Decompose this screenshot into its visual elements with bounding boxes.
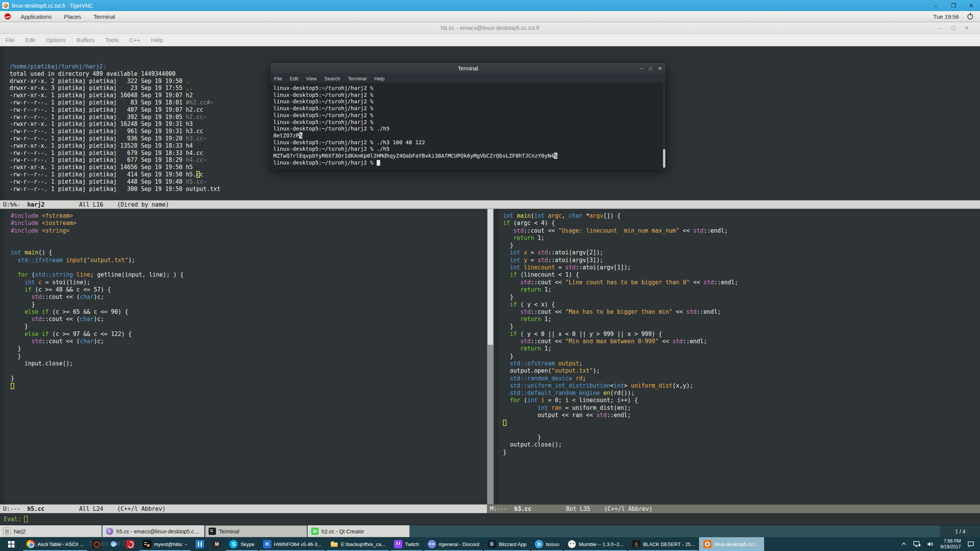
emacs-minibuffer[interactable]: Eval: bbox=[0, 513, 980, 525]
code-line: int main() { bbox=[11, 249, 184, 256]
taskbar-button-explorer-ffxiv-backup[interactable]: E:\backup\ffxiv_ca... bbox=[326, 537, 390, 551]
volume-icon[interactable] bbox=[927, 541, 934, 547]
terminal-close-button[interactable]: ✕ bbox=[658, 66, 662, 71]
code-line: if ( y < x) { bbox=[503, 301, 738, 308]
taskbar-button-pinned-app-red[interactable] bbox=[122, 537, 139, 551]
terminal-menu-edit[interactable]: Edit bbox=[286, 76, 302, 82]
pinned-app-blue-icon bbox=[196, 540, 204, 548]
terminal-minimize-button[interactable]: – bbox=[640, 66, 643, 71]
buffer-h5cc[interactable]: #include <fstream>#include <iostream>#in… bbox=[0, 209, 487, 504]
taskbar-button-skype[interactable]: Skype bbox=[225, 537, 258, 551]
emacs-close-button[interactable]: ✕ bbox=[960, 25, 973, 31]
terminal-titlebar[interactable]: Terminal – □ ✕ bbox=[270, 63, 666, 74]
h3cc-code: int main(int argc, char *argv[]) {if (ar… bbox=[503, 212, 738, 456]
skype-icon bbox=[229, 540, 238, 548]
taskbar-button-pinned-app-dark[interactable] bbox=[208, 537, 225, 551]
emacs-menu-help[interactable]: Help bbox=[145, 37, 168, 43]
code-line: std::cout << "Line count has to be bigge… bbox=[503, 279, 738, 286]
code-line: drwxr-xr-x. 2 pietikaj pietikaj 322 Sep … bbox=[10, 78, 220, 85]
taskbar-button-twitch[interactable]: Twitch bbox=[390, 537, 423, 551]
terminal-scrollbar[interactable] bbox=[663, 83, 665, 170]
taskbar-button-pinned-app-blue[interactable] bbox=[191, 537, 208, 551]
window-list-button-emacs-window[interactable]: h5.cc - emacs@linux-desktop5.cc.tu... bbox=[103, 525, 204, 537]
code-line: int c = stoi(line); bbox=[11, 279, 184, 286]
emacs-menu-edit[interactable]: Edit bbox=[20, 37, 41, 43]
taskbar-button-blizzard-app[interactable]: Blizzard App bbox=[483, 537, 531, 551]
emacs-menu-options[interactable]: Options bbox=[41, 37, 71, 43]
scrollbar-thumb[interactable] bbox=[488, 209, 493, 345]
taskbar-button-label: Blizzard App bbox=[499, 541, 526, 547]
chrome-ascii-table-icon bbox=[26, 540, 35, 548]
taskbar-button-label: Twitch bbox=[405, 541, 419, 547]
taskbar-button-pinned-app-dark-ring[interactable] bbox=[88, 537, 105, 551]
code-line: output << ran << std::endl; bbox=[503, 412, 738, 419]
menu-places[interactable]: Places bbox=[58, 11, 87, 22]
code-line: for (std::string line; getline(input, li… bbox=[11, 271, 184, 279]
vnc-close-button[interactable]: ✕ bbox=[962, 2, 980, 9]
taskbar-button-tigervnc-session[interactable]: linux-desktop5.cc.t... bbox=[699, 537, 764, 551]
menu-applications[interactable]: Applications bbox=[15, 11, 58, 22]
text-cursor bbox=[24, 516, 28, 522]
power-icon[interactable] bbox=[967, 14, 973, 20]
terminal-window[interactable]: Terminal – □ ✕ File Edit View Search Ter… bbox=[270, 62, 666, 170]
discord-general-icon bbox=[428, 540, 436, 548]
window-list-label: h5.cc - emacs@linux-desktop5.cc.tu... bbox=[116, 528, 201, 535]
code-line: std::random_device rd; bbox=[503, 375, 738, 382]
terminal-scrollbar-thumb[interactable] bbox=[663, 149, 665, 168]
taskbar-button-mumble[interactable]: Mumble -- 1.3.0~2... bbox=[564, 537, 628, 551]
menu-terminal[interactable]: Terminal bbox=[87, 11, 121, 22]
vnc-minimize-button[interactable]: – bbox=[927, 2, 945, 9]
window-list-button-harj2-dired[interactable]: harj2 bbox=[0, 525, 102, 537]
code-line: std::ofstream output; bbox=[503, 360, 738, 367]
emacs-minimize-button[interactable]: – bbox=[934, 25, 947, 31]
window-list-button-terminal-window[interactable]: Terminal bbox=[205, 525, 307, 537]
emacs-menu-tools[interactable]: Tools bbox=[100, 37, 124, 43]
code-line: std::uniform_int_distribution<int> unifo… bbox=[503, 382, 738, 390]
code-line: linux-desktop5:~/turohj/harj2 % bbox=[273, 98, 557, 105]
emacs-menu-cpp[interactable]: C++ bbox=[124, 37, 145, 43]
tray-clock[interactable]: 7:56 PM 9/19/2017 bbox=[941, 538, 961, 550]
code-line: MZTwQ7rlEqvpbYyR6Xf3Or1dKAnKp0l2HMdhqyZ4… bbox=[273, 153, 557, 160]
tray-overflow-chevron-icon[interactable] bbox=[901, 541, 907, 547]
buffer-h3cc[interactable]: int main(int argc, char *argv[]) {if (ar… bbox=[494, 209, 980, 504]
panel-clock[interactable]: Tue 19:56 bbox=[933, 13, 959, 20]
window-list-button-qt-creator-window[interactable]: h2.cc - Qt Creator bbox=[308, 525, 410, 537]
taskbar-button-label: linux-desktop5.cc.t... bbox=[714, 541, 760, 547]
emacs-maximize-button[interactable]: ☐ bbox=[947, 25, 960, 31]
taskbar-button-ssh-terminal[interactable]: myerd@hilla: ~ bbox=[139, 537, 191, 551]
terminal-maximize-button[interactable]: □ bbox=[649, 66, 652, 71]
vnc-window-titlebar[interactable]: linux-desktop5.cc.tut.fi - TigerVNC – ❐ … bbox=[0, 0, 980, 11]
window-list-label: Terminal bbox=[219, 528, 239, 535]
workspace-pager[interactable]: 1 / 4 bbox=[940, 525, 980, 537]
taskbar-button-pinned-app-water-drop[interactable] bbox=[105, 537, 122, 551]
emacs-menu-buffers[interactable]: Buffers bbox=[71, 37, 100, 43]
vnc-restore-button[interactable]: ❐ bbox=[945, 2, 962, 9]
code-line: linux-desktop5:~/turohj/harj2 % ./h5 bbox=[273, 146, 557, 153]
taskbar-button-discord-general[interactable]: #general - Discord bbox=[423, 537, 483, 551]
start-button[interactable] bbox=[0, 537, 22, 551]
network-icon[interactable] bbox=[913, 541, 921, 547]
terminal-menu-terminal[interactable]: Terminal bbox=[344, 76, 371, 82]
code-line: if (linecount < 1) { bbox=[503, 271, 738, 279]
code-line bbox=[503, 419, 738, 426]
taskbar-button-chrome-ascii-table[interactable]: Ascii Table - ASCII ... bbox=[22, 537, 88, 551]
code-line: } bbox=[11, 323, 184, 330]
taskbar-button-bosso[interactable]: bosso bbox=[531, 537, 564, 551]
terminal-menu-search[interactable]: Search bbox=[320, 76, 344, 82]
terminal-menu-help[interactable]: Help bbox=[371, 76, 389, 82]
terminal-menu-file[interactable]: File bbox=[270, 76, 286, 82]
emacs-scrollbar-divider[interactable] bbox=[487, 209, 494, 504]
terminal-menu-view[interactable]: View bbox=[302, 76, 320, 82]
taskbar-button-hwinfo64[interactable]: HWiNFO64 v5.46-3... bbox=[259, 537, 326, 551]
emacs-menu-file[interactable]: File bbox=[0, 37, 20, 43]
code-line bbox=[11, 235, 184, 242]
terminal-output-area[interactable]: linux-desktop5:~/turohj/harj2 %linux-des… bbox=[270, 83, 666, 170]
emacs-titlebar[interactable]: h5.cc - emacs@linux-desktop5.cc.tut.fi –… bbox=[0, 22, 980, 34]
code-line: /home/pietikaj/turohj/harj2: bbox=[10, 63, 220, 70]
action-center-icon[interactable] bbox=[967, 541, 975, 548]
taskbar-button-black-desert[interactable]: BLACK DESERT - 25... bbox=[628, 537, 699, 551]
code-line: } bbox=[11, 353, 184, 360]
code-line: -rw-r--r--. 1 pietikaj pietikaj 300 Sep … bbox=[10, 186, 220, 193]
code-line: linux-desktop5:~/turohj/harj2 % ./h3 100… bbox=[273, 139, 557, 146]
code-line: -rw-r--r--. 1 pietikaj pietikaj 961 Sep … bbox=[10, 128, 220, 135]
